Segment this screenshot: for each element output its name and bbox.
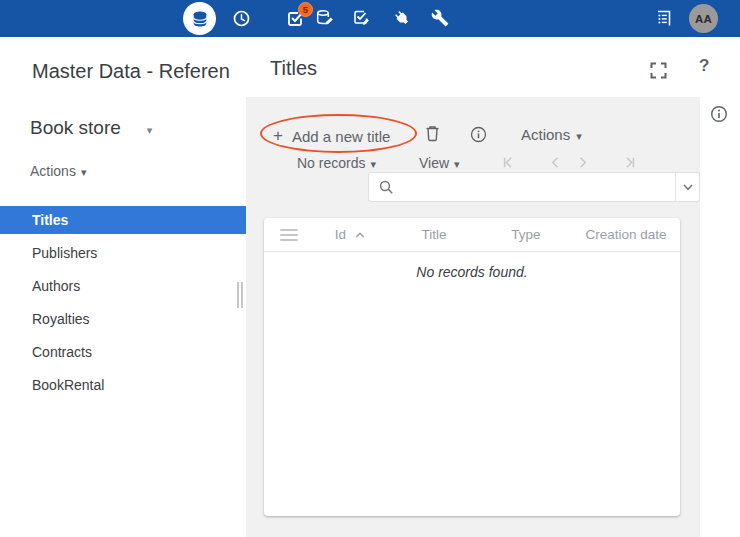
last-page-icon[interactable]: [621, 154, 638, 171]
search-options-chevron-icon[interactable]: [675, 173, 699, 201]
column-menu-button[interactable]: [264, 229, 313, 241]
history-icon[interactable]: [233, 10, 250, 27]
administration-icon[interactable]: [431, 9, 449, 27]
help-button[interactable]: ?: [699, 56, 709, 76]
search-bar: [368, 172, 700, 202]
column-header-type[interactable]: Type: [480, 227, 572, 242]
sidebar-actions-label: Actions: [30, 163, 76, 179]
column-header-creation-date[interactable]: Creation date: [572, 227, 680, 242]
first-page-icon[interactable]: [500, 154, 517, 171]
panel-resize-handle[interactable]: [237, 282, 244, 308]
column-header-title[interactable]: Title: [388, 227, 480, 242]
record-info-icon[interactable]: [470, 126, 487, 143]
view-label: View: [419, 155, 449, 171]
empty-table-message: No records found.: [264, 264, 680, 280]
sort-ascending-icon: [354, 229, 366, 241]
data-edition-icon[interactable]: [315, 9, 334, 28]
top-navbar: 5: [0, 0, 740, 37]
toolbar-actions-menu[interactable]: Actions: [521, 126, 582, 143]
toolbar-actions-label: Actions: [521, 126, 570, 143]
chevron-down-icon: [81, 163, 87, 179]
sidebar-item-authors[interactable]: Authors: [0, 272, 246, 300]
chevron-down-icon: [370, 155, 376, 171]
tasks-icon[interactable]: 5: [287, 10, 304, 27]
plus-icon: +: [273, 126, 283, 146]
sidebar-item-royalties[interactable]: Royalties: [0, 305, 246, 333]
chevron-down-icon: [454, 155, 460, 171]
data-management-icon[interactable]: [183, 2, 216, 35]
search-icon: [379, 180, 394, 195]
tasks-badge: 5: [298, 2, 313, 17]
next-page-icon[interactable]: [574, 154, 591, 171]
application-window: 5: [0, 0, 740, 537]
page-title: Titles: [270, 57, 317, 80]
add-record-button[interactable]: + Add a new title: [273, 126, 390, 146]
records-table: Id Title Type Creation date No records f…: [264, 218, 680, 516]
search-input[interactable]: [402, 173, 675, 201]
add-record-label: Add a new title: [292, 128, 390, 145]
integration-icon[interactable]: [393, 9, 411, 27]
delete-icon[interactable]: [424, 124, 441, 143]
sidebar-item-bookrental[interactable]: BookRental: [0, 371, 246, 399]
records-count-label: No records: [297, 155, 365, 171]
user-avatar[interactable]: AA: [689, 4, 718, 33]
sidebar-item-titles[interactable]: Titles: [0, 206, 246, 234]
page-info-icon[interactable]: [710, 105, 728, 123]
entity-list: Titles Publishers Authors Royalties Cont…: [0, 206, 246, 404]
sidebar-item-contracts[interactable]: Contracts: [0, 338, 246, 366]
chevron-down-icon: [147, 117, 153, 138]
sidebar-item-publishers[interactable]: Publishers: [0, 239, 246, 267]
table-header-row: Id Title Type Creation date: [264, 218, 680, 252]
activity-log-icon[interactable]: [654, 9, 673, 28]
model-selector-label: Book store: [30, 117, 121, 138]
app-title: Master Data - Referen: [32, 60, 246, 83]
sidebar-actions-menu[interactable]: Actions: [30, 163, 86, 179]
model-selector[interactable]: Book store: [30, 117, 152, 139]
chevron-down-icon: [576, 126, 582, 143]
workflows-icon[interactable]: [353, 9, 371, 27]
column-header-id[interactable]: Id: [313, 227, 388, 242]
previous-page-icon[interactable]: [547, 154, 564, 171]
view-dropdown[interactable]: View: [419, 155, 460, 171]
records-count-dropdown[interactable]: No records: [297, 155, 376, 171]
fullscreen-icon[interactable]: [649, 61, 668, 80]
menu-icon: [280, 229, 298, 241]
